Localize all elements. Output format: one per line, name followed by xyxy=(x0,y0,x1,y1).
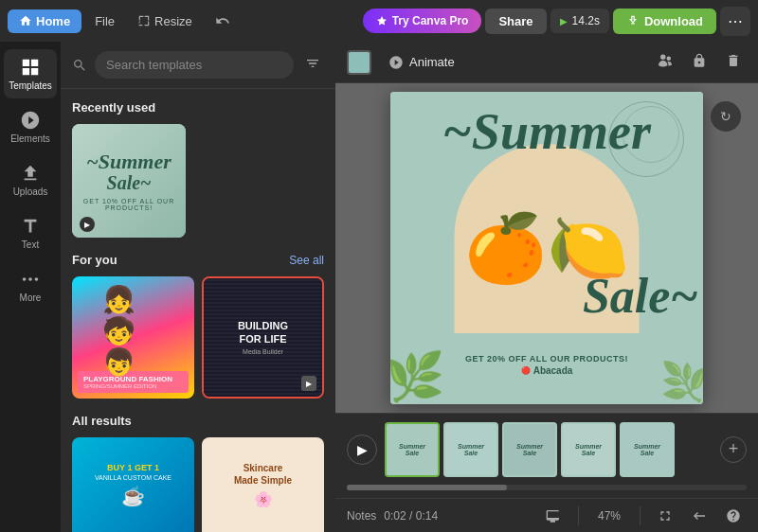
all-results-grid: BUY 1 GET 1 VANILLA CUSTOM CAKE ☕ Skinca… xyxy=(72,437,324,532)
sidebar-item-elements[interactable]: Elements xyxy=(4,102,57,151)
canvas-wrapper: ~Summer 🍊🍋 Sale~ 🌿 🌿 GET 20% OFF ALL OUR… xyxy=(390,92,703,404)
timer-button[interactable]: ▶ 14.2s xyxy=(550,9,609,33)
svg-point-2 xyxy=(35,277,39,281)
timeline-frame-1[interactable]: SummerSale xyxy=(385,422,440,477)
try-canva-pro-button[interactable]: Try Canva Pro xyxy=(363,9,482,33)
divider-2 xyxy=(640,506,641,525)
svg-point-1 xyxy=(28,277,32,281)
sidebar-item-more[interactable]: More xyxy=(4,261,57,310)
filter-button[interactable] xyxy=(301,52,324,79)
summer-text: ~Summer xyxy=(390,106,703,157)
sidebar-item-text[interactable]: Text xyxy=(4,208,57,257)
timeline-frame-2[interactable]: SummerSale xyxy=(443,422,498,477)
all-results-section: All results xyxy=(72,414,324,428)
sidebar-item-templates[interactable]: Templates xyxy=(4,49,57,98)
template-building-for-life[interactable]: BUILDINGFOR LIFE Media Builder ▶ xyxy=(202,276,324,399)
search-bar xyxy=(61,42,335,89)
file-button[interactable]: File xyxy=(85,9,124,33)
templates-panel: Recently used ~Summer Sale~ GET 10% OFF … xyxy=(61,42,335,532)
see-all-link[interactable]: See all xyxy=(289,254,324,267)
template-skincare-made-simple[interactable]: SkincareMade Simple 🌸 xyxy=(202,437,324,532)
timeline-frames: SummerSale SummerSale SummerSale xyxy=(385,422,713,477)
sidebar-item-uploads[interactable]: Uploads xyxy=(4,155,57,204)
canvas-toolbar: Animate xyxy=(335,42,758,83)
recently-used-section: Recently used xyxy=(72,100,324,115)
recently-used-grid: ~Summer Sale~ GET 10% OFF ALL OUR PRODUC… xyxy=(72,124,324,238)
template-buy-1-get-1[interactable]: BUY 1 GET 1 VANILLA CUSTOM CAKE ☕ xyxy=(72,437,194,532)
canvas-area: Animate ~ xyxy=(335,42,758,532)
add-frame-button[interactable]: + xyxy=(720,436,747,463)
monitor-icon-button[interactable] xyxy=(540,505,567,527)
timeline-tracks: ▶ SummerSale SummerSale Summe xyxy=(335,414,758,485)
expand-button[interactable] xyxy=(686,505,713,527)
timeline-play-button[interactable]: ▶ xyxy=(347,434,377,465)
for-you-section: For you See all xyxy=(72,253,324,267)
design-canvas[interactable]: ~Summer 🍊🍋 Sale~ 🌿 🌿 GET 20% OFF ALL OUR… xyxy=(390,92,703,404)
undo-button[interactable] xyxy=(206,9,240,33)
timeline-frame-5[interactable]: SummerSale xyxy=(620,422,675,477)
download-button[interactable]: Download xyxy=(613,9,716,34)
search-input[interactable] xyxy=(95,51,294,79)
time-display: 0:02 / 0:14 xyxy=(384,509,438,523)
main-area: Templates Elements Uploads Text More xyxy=(0,42,758,532)
divider xyxy=(578,506,579,525)
for-you-grid: 👧🧒👦 playground fashion SPRING/SUMMER EDI… xyxy=(72,276,324,399)
topbar: Home File Resize Try Canva Pro Share ▶ 1… xyxy=(0,0,758,42)
templates-scroll: Recently used ~Summer Sale~ GET 10% OFF … xyxy=(61,89,335,532)
timeline: ▶ SummerSale SummerSale Summe xyxy=(335,413,758,498)
more-options-button[interactable]: ⋯ xyxy=(720,7,750,36)
delete-button[interactable] xyxy=(720,48,747,77)
share-button[interactable]: Share xyxy=(485,9,546,34)
svg-point-0 xyxy=(23,277,27,281)
sale-text: Sale~ xyxy=(583,268,698,324)
timeline-scrollbar[interactable] xyxy=(347,485,747,490)
play-icon: ▶ xyxy=(560,16,568,27)
zoom-button[interactable]: 47% xyxy=(590,505,628,526)
fullscreen-button[interactable] xyxy=(652,505,678,527)
color-swatch[interactable] xyxy=(347,50,371,75)
resize-button[interactable]: Resize xyxy=(128,9,202,33)
bottom-bar: Notes 0:02 / 0:14 47% xyxy=(335,498,758,532)
canvas-viewport: ~Summer 🍊🍋 Sale~ 🌿 🌿 GET 20% OFF ALL OUR… xyxy=(335,83,758,413)
refresh-button[interactable]: ↻ xyxy=(711,101,741,132)
filter-tool-button[interactable] xyxy=(652,48,678,77)
lock-button[interactable] xyxy=(686,48,713,77)
timeline-scrollbar-thumb[interactable] xyxy=(347,485,507,490)
template-playground-fashion[interactable]: 👧🧒👦 playground fashion SPRING/SUMMER EDI… xyxy=(72,276,194,399)
timeline-frame-3[interactable]: SummerSale xyxy=(502,422,557,477)
home-button[interactable]: Home xyxy=(8,9,81,33)
timeline-frame-4[interactable]: SummerSale xyxy=(561,422,616,477)
search-icon xyxy=(72,58,87,73)
animate-button[interactable]: Animate xyxy=(379,50,464,75)
template-summer-sale-recent[interactable]: ~Summer Sale~ GET 10% OFF ALL OUR PRODUC… xyxy=(72,124,186,238)
offer-text: GET 20% OFF ALL OUR PRODUCTS! 🔴 Abacada xyxy=(390,354,703,376)
notes-label: Notes xyxy=(347,509,376,523)
sidebar: Templates Elements Uploads Text More xyxy=(0,42,61,532)
help-button[interactable] xyxy=(720,505,747,527)
